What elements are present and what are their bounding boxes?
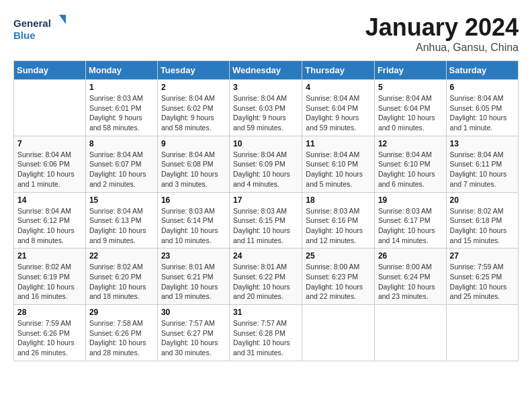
day-number: 8 [89,139,154,148]
day-number: 26 [378,251,443,261]
page-header: General Blue January 2024 Anhua, Gansu, … [13,13,519,54]
day-number: 17 [233,195,298,205]
day-number: 19 [378,195,443,205]
calendar-cell: 6Sunrise: 8:04 AMSunset: 6:05 PMDaylight… [446,80,518,136]
day-number: 2 [161,83,226,92]
day-number: 23 [161,251,226,261]
day-number: 28 [17,308,82,317]
day-number: 24 [233,251,298,261]
svg-text:Blue: Blue [13,30,36,41]
day-info: Sunrise: 8:02 AMSunset: 6:19 PMDaylight:… [17,262,82,302]
day-number: 27 [450,251,515,261]
col-saturday: Saturday [446,61,518,80]
day-number: 5 [378,83,443,92]
day-info: Sunrise: 8:03 AMSunset: 6:14 PMDaylight:… [161,206,226,246]
calendar-week-row: 14Sunrise: 8:04 AMSunset: 6:12 PMDayligh… [14,192,519,248]
calendar-cell: 18Sunrise: 8:03 AMSunset: 6:16 PMDayligh… [302,192,375,248]
calendar-week-row: 1Sunrise: 8:03 AMSunset: 6:01 PMDaylight… [14,80,519,136]
title-block: January 2024 Anhua, Gansu, China [365,13,519,54]
calendar-cell: 29Sunrise: 7:58 AMSunset: 6:26 PMDayligh… [85,305,157,361]
day-info: Sunrise: 8:04 AMSunset: 6:07 PMDaylight:… [89,150,154,189]
day-number: 6 [450,83,515,92]
calendar-week-row: 28Sunrise: 7:59 AMSunset: 6:26 PMDayligh… [14,305,519,361]
day-number: 16 [161,195,226,205]
day-number: 1 [89,83,154,92]
calendar-cell: 31Sunrise: 7:57 AMSunset: 6:28 PMDayligh… [230,305,302,361]
col-sunday: Sunday [14,61,86,80]
calendar-cell: 8Sunrise: 8:04 AMSunset: 6:07 PMDaylight… [85,136,157,192]
main-title: January 2024 [365,13,519,42]
col-thursday: Thursday [302,61,375,80]
day-info: Sunrise: 8:04 AMSunset: 6:13 PMDaylight:… [89,206,154,246]
day-info: Sunrise: 8:04 AMSunset: 6:03 PMDaylight:… [233,93,298,133]
logo: General Blue [13,13,67,43]
calendar-cell: 5Sunrise: 8:04 AMSunset: 6:04 PMDaylight… [374,80,446,136]
svg-marker-2 [59,15,66,24]
calendar-cell: 21Sunrise: 8:02 AMSunset: 6:19 PMDayligh… [14,248,86,305]
calendar-cell: 23Sunrise: 8:01 AMSunset: 6:21 PMDayligh… [157,248,229,305]
calendar-cell: 13Sunrise: 8:04 AMSunset: 6:11 PMDayligh… [446,136,518,192]
calendar-header-row: Sunday Monday Tuesday Wednesday Thursday… [14,61,519,80]
day-info: Sunrise: 8:04 AMSunset: 6:09 PMDaylight:… [233,150,298,189]
day-number: 7 [17,139,82,148]
day-number: 30 [161,308,226,317]
day-info: Sunrise: 8:04 AMSunset: 6:04 PMDaylight:… [306,93,371,133]
day-number: 14 [17,195,82,205]
col-friday: Friday [374,61,446,80]
day-info: Sunrise: 8:04 AMSunset: 6:05 PMDaylight:… [450,93,515,133]
day-info: Sunrise: 8:04 AMSunset: 6:10 PMDaylight:… [378,150,443,189]
calendar-cell [374,305,446,361]
calendar-cell: 17Sunrise: 8:03 AMSunset: 6:15 PMDayligh… [230,192,302,248]
day-info: Sunrise: 8:01 AMSunset: 6:21 PMDaylight:… [161,262,226,302]
day-number: 15 [89,195,154,205]
day-info: Sunrise: 8:03 AMSunset: 6:17 PMDaylight:… [378,206,443,246]
calendar-cell: 22Sunrise: 8:02 AMSunset: 6:20 PMDayligh… [85,248,157,305]
subtitle: Anhua, Gansu, China [365,42,519,54]
day-info: Sunrise: 8:04 AMSunset: 6:02 PMDaylight:… [161,93,226,133]
calendar-cell: 16Sunrise: 8:03 AMSunset: 6:14 PMDayligh… [157,192,229,248]
calendar-cell: 25Sunrise: 8:00 AMSunset: 6:23 PMDayligh… [302,248,375,305]
calendar-cell: 3Sunrise: 8:04 AMSunset: 6:03 PMDaylight… [230,80,302,136]
day-info: Sunrise: 8:04 AMSunset: 6:12 PMDaylight:… [17,206,82,246]
day-info: Sunrise: 8:04 AMSunset: 6:08 PMDaylight:… [161,150,226,189]
calendar-week-row: 7Sunrise: 8:04 AMSunset: 6:06 PMDaylight… [14,136,519,192]
day-info: Sunrise: 8:01 AMSunset: 6:22 PMDaylight:… [233,262,298,302]
day-info: Sunrise: 8:03 AMSunset: 6:16 PMDaylight:… [306,206,371,246]
calendar-cell: 9Sunrise: 8:04 AMSunset: 6:08 PMDaylight… [157,136,229,192]
calendar-cell: 7Sunrise: 8:04 AMSunset: 6:06 PMDaylight… [14,136,86,192]
calendar-cell [14,80,86,136]
day-number: 10 [233,139,298,148]
day-number: 22 [89,251,154,261]
col-wednesday: Wednesday [230,61,302,80]
day-info: Sunrise: 8:04 AMSunset: 6:06 PMDaylight:… [17,150,82,189]
day-number: 12 [378,139,443,148]
day-info: Sunrise: 8:04 AMSunset: 6:04 PMDaylight:… [378,93,443,133]
calendar-cell: 27Sunrise: 7:59 AMSunset: 6:25 PMDayligh… [446,248,518,305]
calendar-cell: 26Sunrise: 8:00 AMSunset: 6:24 PMDayligh… [374,248,446,305]
day-info: Sunrise: 8:02 AMSunset: 6:18 PMDaylight:… [450,206,515,246]
day-info: Sunrise: 8:03 AMSunset: 6:15 PMDaylight:… [233,206,298,246]
calendar-cell: 12Sunrise: 8:04 AMSunset: 6:10 PMDayligh… [374,136,446,192]
day-number: 4 [306,83,371,92]
day-number: 25 [306,251,371,261]
day-number: 9 [161,139,226,148]
day-info: Sunrise: 7:59 AMSunset: 6:26 PMDaylight:… [17,318,82,358]
col-monday: Monday [85,61,157,80]
calendar-cell [446,305,518,361]
calendar-cell: 4Sunrise: 8:04 AMSunset: 6:04 PMDaylight… [302,80,375,136]
calendar-cell: 14Sunrise: 8:04 AMSunset: 6:12 PMDayligh… [14,192,86,248]
day-info: Sunrise: 7:58 AMSunset: 6:26 PMDaylight:… [89,318,154,358]
day-number: 20 [450,195,515,205]
day-info: Sunrise: 7:59 AMSunset: 6:25 PMDaylight:… [450,262,515,302]
calendar-cell: 15Sunrise: 8:04 AMSunset: 6:13 PMDayligh… [85,192,157,248]
day-number: 11 [306,139,371,148]
day-info: Sunrise: 8:04 AMSunset: 6:11 PMDaylight:… [450,150,515,189]
day-number: 3 [233,83,298,92]
calendar-cell: 11Sunrise: 8:04 AMSunset: 6:10 PMDayligh… [302,136,375,192]
day-number: 21 [17,251,82,261]
day-number: 31 [233,308,298,317]
day-info: Sunrise: 7:57 AMSunset: 6:27 PMDaylight:… [161,318,226,358]
calendar-cell: 30Sunrise: 7:57 AMSunset: 6:27 PMDayligh… [157,305,229,361]
calendar-table: Sunday Monday Tuesday Wednesday Thursday… [13,60,519,361]
day-number: 18 [306,195,371,205]
